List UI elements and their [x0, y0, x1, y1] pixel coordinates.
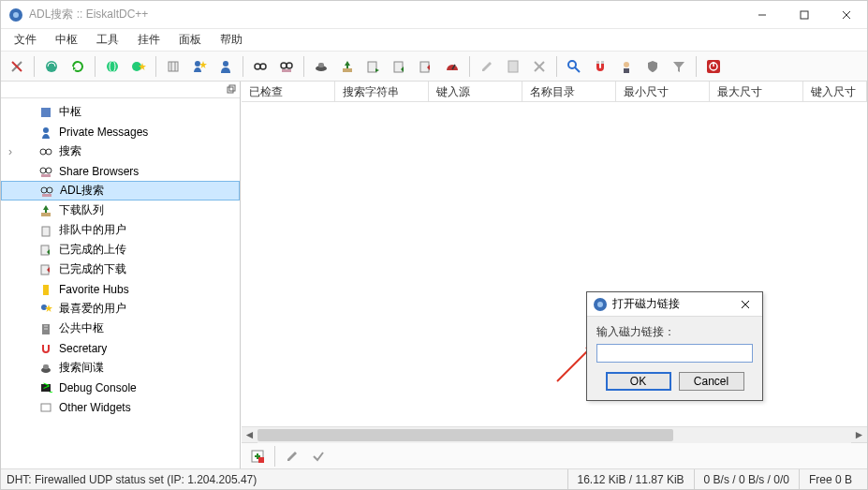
toolbar-power-icon[interactable]	[701, 54, 726, 79]
svg-marker-38	[482, 62, 492, 71]
toolbar-speed-icon[interactable]	[440, 54, 464, 79]
sidebar-item-debug-console[interactable]: >_Debug Console	[1, 378, 240, 397]
scroll-left-icon[interactable]: ◄	[242, 427, 257, 443]
sidebar-undock-icon[interactable]	[227, 83, 236, 97]
close-button[interactable]	[825, 1, 867, 29]
toolbar-user-icon[interactable]	[213, 54, 238, 79]
sidebar-item-search[interactable]: 搜索	[1, 141, 240, 161]
maximize-button[interactable]	[783, 1, 825, 29]
window-title: ADL搜索 :: EiskaltDC++	[29, 7, 741, 22]
toolbar-globe-star-icon[interactable]	[126, 54, 151, 79]
sidebar-item-private-messages[interactable]: Private Messages	[1, 122, 240, 141]
menu-plugins[interactable]: 挂件	[128, 29, 169, 51]
sidebar-item-label: Favorite Hubs	[59, 283, 129, 296]
sidebar-item-label: 已完成的下载	[59, 261, 126, 277]
sidebar-item-label: Debug Console	[59, 381, 137, 394]
magnet-link-input[interactable]	[596, 344, 753, 363]
menu-panel[interactable]: 面板	[169, 29, 211, 51]
column-input-size[interactable]: 键入尺寸	[803, 82, 867, 101]
cancel-button[interactable]: Cancel	[679, 372, 744, 391]
toolbar-user-star-icon[interactable]	[187, 54, 212, 79]
sidebar-item-queued-users[interactable]: 排队中的用户	[1, 220, 240, 240]
toolbar-globe-refresh-icon[interactable]	[39, 54, 64, 79]
toolbar-filter-icon[interactable]	[667, 54, 691, 79]
svg-point-56	[40, 149, 46, 155]
sidebar-item-secretary[interactable]: Secretary	[1, 338, 240, 358]
column-checked[interactable]: 已检查	[242, 82, 335, 101]
menu-hubs[interactable]: 中枢	[46, 29, 87, 51]
sidebar-item-finished-uploads[interactable]: 已完成的上传	[1, 240, 240, 260]
toolbar-find-icon[interactable]	[562, 54, 586, 79]
toolbar-hash-icon[interactable]	[161, 54, 185, 79]
sidebar-item-public-hubs[interactable]: 公共中枢	[1, 319, 240, 338]
column-min-size[interactable]: 最小尺寸	[616, 82, 710, 101]
toolbar-separator	[556, 56, 557, 77]
toolbar-upload-done-icon[interactable]	[388, 54, 412, 79]
toolbar-reload-icon[interactable]	[66, 54, 90, 79]
sidebar-item-label: Other Widgets	[59, 401, 131, 414]
accept-entry-button[interactable]	[306, 444, 331, 468]
menu-tools[interactable]: 工具	[87, 29, 128, 51]
scroll-right-icon[interactable]: ►	[851, 427, 867, 443]
svg-marker-48	[673, 62, 684, 72]
toolbar-script-icon[interactable]	[501, 54, 525, 79]
toolbar-spy-icon[interactable]	[309, 54, 333, 79]
toolbar-separator	[34, 56, 35, 77]
toolbar-shield-icon[interactable]	[640, 54, 665, 79]
sidebar-header	[1, 82, 240, 98]
column-search-string[interactable]: 搜索字符串	[335, 82, 429, 101]
sidebar-item-share-browsers[interactable]: Share Browsers	[1, 161, 240, 181]
svg-point-24	[287, 63, 292, 68]
dialog-body: 输入磁力链接： OK Cancel	[587, 317, 762, 400]
public-hubs-icon	[38, 321, 53, 336]
svg-rect-44	[596, 61, 599, 64]
toolbar-search-icon[interactable]	[248, 54, 272, 79]
sidebar-item-adl-search[interactable]: ADL搜索	[1, 181, 240, 200]
scroll-track[interactable]	[257, 427, 851, 443]
sidebar-item-spy[interactable]: 搜索间谍	[1, 358, 240, 378]
column-max-size[interactable]: 最大尺寸	[710, 82, 803, 101]
sidebar-item-download-queue[interactable]: 下载队列	[1, 200, 240, 220]
menu-help[interactable]: 帮助	[211, 29, 252, 51]
svg-marker-65	[43, 205, 49, 213]
toolbar-adl-search-icon[interactable]	[274, 54, 299, 79]
sidebar-item-finished-downloads[interactable]: 已完成的下载	[1, 260, 240, 279]
svg-rect-78	[43, 364, 49, 369]
favorite-icon	[38, 282, 53, 297]
toolbar-globe-icon[interactable]	[100, 54, 125, 79]
horizontal-scrollbar[interactable]: ◄ ►	[242, 426, 867, 442]
toolbar-download-icon[interactable]	[335, 54, 360, 79]
toolbar-separator	[155, 56, 156, 77]
toolbar-secretary-icon[interactable]	[614, 54, 639, 79]
sidebar-item-label: Private Messages	[59, 126, 148, 139]
svg-rect-27	[318, 63, 324, 67]
toolbar-settings-icon[interactable]	[5, 54, 29, 79]
sidebar-item-other-widgets[interactable]: Other Widgets	[1, 397, 240, 417]
sidebar-item-favorite-users[interactable]: 最喜爱的用户	[1, 299, 240, 319]
svg-point-55	[43, 127, 49, 133]
toolbar-separator	[303, 56, 304, 77]
sidebar-item-favorite-hubs[interactable]: Favorite Hubs	[1, 279, 240, 299]
scroll-thumb[interactable]	[257, 429, 673, 441]
add-entry-button[interactable]	[245, 444, 270, 468]
column-input-source[interactable]: 键入源	[429, 82, 522, 101]
sidebar-item-label: ADL搜索	[60, 183, 104, 199]
hubs-icon	[38, 105, 53, 120]
content-area: 中枢 Private Messages 搜索 Share Browsers AD…	[1, 82, 867, 468]
menu-file[interactable]: 文件	[5, 29, 46, 51]
sidebar-item-hubs[interactable]: 中枢	[1, 102, 240, 122]
svg-rect-30	[368, 62, 376, 72]
toolbar-download-done-icon[interactable]	[414, 54, 438, 79]
toolbar-delete-icon[interactable]	[527, 54, 552, 79]
toolbar-queue-icon[interactable]	[361, 54, 386, 79]
minimize-button[interactable]	[741, 1, 783, 29]
svg-point-1	[13, 12, 19, 18]
ok-button[interactable]: OK	[606, 372, 671, 391]
table-body[interactable]: 安下载 www.anxz.com 打开磁力链接 输入磁力链接：	[242, 102, 867, 426]
toolbar-edit-icon[interactable]	[475, 54, 499, 79]
edit-entry-button[interactable]	[280, 444, 304, 468]
user-icon	[38, 125, 53, 140]
toolbar-magnet-icon[interactable]	[588, 54, 612, 79]
column-name-dir[interactable]: 名称目录	[522, 82, 616, 101]
dialog-close-button[interactable]	[734, 295, 757, 314]
